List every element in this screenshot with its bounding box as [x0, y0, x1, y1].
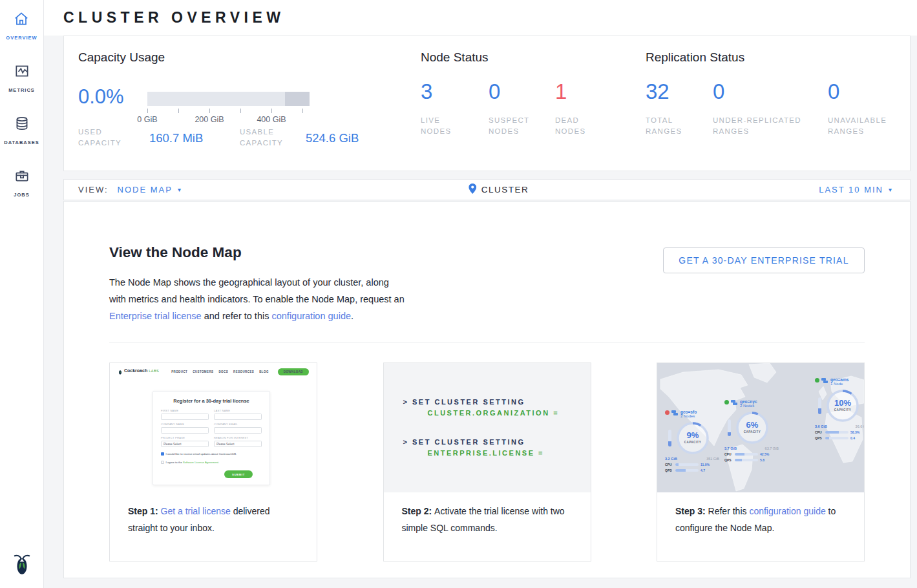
- checkbox-unchecked: [161, 461, 164, 464]
- chevron-down-icon: ▾: [889, 186, 892, 193]
- capacity-label: CAPACITY: [675, 441, 710, 444]
- view-selector-group: VIEW: NODE MAP ▾: [64, 185, 181, 194]
- step-number: Step 2:: [402, 506, 435, 516]
- step-number: Step 3:: [675, 506, 708, 516]
- qps-value: 5.8: [760, 458, 764, 462]
- time-range-dropdown[interactable]: LAST 10 MIN ▾: [819, 185, 910, 194]
- step1-caption: Step 1: Get a trial license delivered st…: [110, 492, 317, 536]
- locality-name: geo=sfo: [680, 410, 697, 414]
- cockroach-labs-wordmark: Cockroach LABS: [118, 368, 159, 375]
- sidebar-item-overview[interactable]: OVERVIEW: [6, 10, 37, 41]
- setup-steps-row: Cockroach LABS PRODUCT CUSTOMERS DOCS RE…: [109, 362, 865, 562]
- used-value: 3.2 GiB: [665, 457, 677, 461]
- locality-name: geo=ams: [830, 377, 848, 382]
- node-status-title: Node Status: [421, 50, 489, 65]
- field-label: LAST NAME: [214, 409, 262, 412]
- total-value: 36.6 GiB: [856, 425, 864, 428]
- time-range-value: LAST 10 MIN: [819, 185, 883, 194]
- form-title: Register for a 30-day trial license: [161, 398, 262, 404]
- step-number: Step 1:: [128, 506, 161, 516]
- capacity-used-percent: 0.0%: [78, 85, 124, 109]
- capacity-gauge: 10% CAPACITY: [825, 388, 860, 423]
- content-area: Capacity Usage 0.0% 0 GiB 200 GiB 400 Gi…: [44, 36, 917, 588]
- field-label: REASON FOR INTEREST: [214, 436, 262, 439]
- status-dot-red: [665, 410, 669, 415]
- view-dropdown[interactable]: NODE MAP ▾: [118, 185, 181, 194]
- sidebar-item-jobs[interactable]: JOBS: [14, 167, 30, 198]
- locality-breadcrumb: CLUSTER: [469, 184, 529, 196]
- database-icon: [14, 115, 30, 134]
- cpu-label: CPU: [724, 452, 733, 456]
- status-dot-green: [815, 378, 819, 383]
- main-area: CLUSTER OVERVIEW Capacity Usage 0.0% 0 G…: [44, 0, 917, 588]
- get-trial-license-link[interactable]: Get a trial license: [161, 506, 231, 516]
- under-replicated-ranges-value: 0: [713, 79, 817, 105]
- field-label: COMPANY NAME: [161, 423, 209, 426]
- total-value: 63.7 GiB: [765, 446, 779, 450]
- under-replicated-ranges-label: UNDER-REPLICATED RANGES: [713, 115, 817, 137]
- sidebar-item-metrics[interactable]: METRICS: [8, 63, 35, 93]
- step3-caption: Step 3: Refer this configuration guide t…: [657, 492, 864, 536]
- total-value: 351 GiB: [706, 457, 719, 461]
- brand-text: Cockroach: [124, 368, 147, 373]
- description-text: and refer to this: [202, 311, 272, 321]
- enterprise-trial-button[interactable]: GET A 30-DAY ENTERPRISE TRIAL: [663, 247, 865, 273]
- step3-card: geo=sfo 2 Nodes 9% CAPACITY 3.2 GiB351 G…: [657, 362, 865, 562]
- view-toolbar: VIEW: NODE MAP ▾ CLUSTER LAST 10 MIN ▾: [63, 179, 911, 200]
- mini-site-nav: PRODUCT CUSTOMERS DOCS RESOURCES BLOG DO…: [171, 368, 309, 375]
- locality-name: geo=nyc: [740, 399, 757, 404]
- usable-capacity-label: USABLE CAPACITY: [240, 127, 304, 149]
- text-input: [214, 414, 262, 420]
- cpu-value: 11.0%: [701, 463, 710, 467]
- locality-marker-ams: geo=ams 1 Node 10% CAPACITY 3.6 GiB36.6 …: [815, 377, 864, 440]
- nodes-icon: [731, 399, 738, 406]
- step1-screenshot: Cockroach LABS PRODUCT CUSTOMERS DOCS RE…: [110, 363, 317, 492]
- trial-license-form: Register for a 30-day trial license FIRS…: [153, 391, 270, 485]
- checkbox-text: I agree to the: [166, 461, 184, 464]
- sidebar-item-databases[interactable]: DATABASES: [4, 115, 39, 145]
- capacity-usage-section: Capacity Usage 0.0% 0 GiB 200 GiB 400 Gi…: [78, 36, 421, 171]
- configuration-guide-link[interactable]: configuration guide: [271, 311, 351, 321]
- locality-node-count: 2 Nodes: [680, 414, 697, 418]
- capacity-label: CAPACITY: [735, 430, 770, 434]
- nav-item: CUSTOMERS: [193, 370, 213, 373]
- sql-command: SET CLUSTER SETTING: [412, 398, 525, 406]
- sidebar-item-label: JOBS: [14, 192, 29, 198]
- total-ranges-value: 32: [646, 79, 704, 105]
- mini-site-header: Cockroach LABS PRODUCT CUSTOMERS DOCS RE…: [110, 363, 317, 380]
- submit-pill: SUBMIT: [224, 470, 253, 478]
- enterprise-trial-license-link[interactable]: Enterprise trial license: [109, 311, 202, 321]
- sql-setting: CLUSTER.ORGANIZATION =: [428, 408, 591, 419]
- select-input: Please Select: [161, 441, 209, 447]
- cluster-summary-panel: Capacity Usage 0.0% 0 GiB 200 GiB 400 Gi…: [63, 36, 911, 171]
- usable-capacity-value: 524.6 GiB: [306, 131, 359, 145]
- sidebar-item-label: DATABASES: [4, 140, 39, 145]
- dead-nodes-value: 1: [555, 79, 608, 105]
- caption-text: Refer this: [708, 506, 750, 516]
- view-dropdown-value: NODE MAP: [118, 185, 173, 194]
- step2-code-block: > SET CLUSTER SETTING CLUSTER.ORGANIZATI…: [384, 363, 591, 492]
- total-ranges-stat: 32 TOTAL RANGES: [646, 79, 704, 137]
- field-label: PROJECT PHASE: [161, 436, 209, 439]
- suspect-nodes-stat: 0 SUSPECT NODES: [489, 79, 542, 137]
- dead-nodes-stat: 1 DEAD NODES: [555, 79, 608, 137]
- node-status-section: Node Status 3 LIVE NODES 0 SUSPECT NODES…: [421, 36, 646, 171]
- download-pill: DOWNLOAD: [278, 368, 309, 375]
- locality-label: CLUSTER: [481, 185, 529, 194]
- text-input: [214, 427, 262, 434]
- axis-tick-label: 0 GiB: [137, 115, 157, 124]
- field-label: COMPANY EMAIL: [214, 423, 262, 426]
- sql-command: SET CLUSTER SETTING: [412, 438, 525, 446]
- configuration-guide-link[interactable]: configuration guide: [749, 506, 825, 516]
- axis-tick-label: 400 GiB: [257, 115, 286, 124]
- used-capacity-label: USED CAPACITY: [78, 127, 140, 149]
- field-label: FIRST NAME: [161, 409, 209, 412]
- description-text: The Node Map shows the geographical layo…: [109, 277, 405, 304]
- capacity-axis-ticks: [147, 109, 310, 114]
- text-input: [161, 414, 209, 420]
- text-input: [161, 427, 209, 434]
- capacity-bar-available-segment: [147, 92, 285, 106]
- nav-item: RESOURCES: [233, 370, 254, 373]
- capacity-bar-other-segment: [285, 92, 310, 106]
- qps-value: 0.4: [850, 436, 855, 440]
